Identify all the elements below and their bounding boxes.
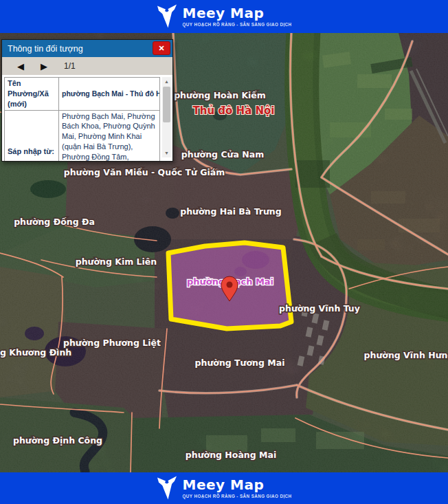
brand-text: Meey Map QUY HOẠCH RÕ RÀNG - SẴN SÀNG GI… <box>183 6 292 27</box>
map-label-khuong-dinh: phường Khương Đình <box>0 347 71 358</box>
map-label-hoan-kiem: phường Hoàn Kiếm <box>174 90 266 100</box>
next-page-button[interactable]: ▶ <box>34 61 54 72</box>
map-label-city: Thủ đô Hà Nội <box>193 105 275 117</box>
popup-pagination-bar: ◀ ▶ 1/1 <box>2 57 172 75</box>
scroll-up-icon[interactable]: ▲ <box>162 77 171 86</box>
attribute-table: Tên Phường/Xã (mới) phường Bạch Mai - Th… <box>4 77 160 161</box>
popup-body: Tên Phường/Xã (mới) phường Bạch Mai - Th… <box>2 75 172 161</box>
brand-logo[interactable]: Meey Map QUY HOẠCH RÕ RÀNG - SẴN SÀNG GI… <box>157 3 292 30</box>
header-bar: Meey Map QUY HOẠCH RÕ RÀNG - SẴN SÀNG GI… <box>0 0 448 33</box>
map-label-vinh-hung: phường Vĩnh Hưng <box>364 350 448 360</box>
scrollbar-thumb[interactable] <box>163 87 170 122</box>
popup-title: Thông tin đối tượng <box>8 44 83 54</box>
meeymap-logo-icon <box>157 3 177 30</box>
table-row: Sáp nhập từ: Phường Bạch Mai, Phường Bác… <box>5 110 160 161</box>
table-row: Tên Phường/Xã (mới) phường Bạch Mai - Th… <box>5 78 160 111</box>
brand-name: Meey Map <box>183 6 292 20</box>
map-label-hai-ba-trung: phường Hai Bà Trưng <box>180 206 281 217</box>
row-value: Phường Bạch Mai, Phường Bách Khoa, Phườn… <box>59 110 160 161</box>
row-label: Tên Phường/Xã (mới) <box>5 78 59 111</box>
popup-titlebar[interactable]: Thông tin đối tượng ✕ <box>2 40 172 57</box>
map-label-vinh-tuy: phường Vĩnh Tuy <box>279 303 360 314</box>
map-label-dinh-cong: phường Định Công <box>13 435 102 446</box>
scrollbar[interactable]: ▲ ▼ <box>162 77 171 157</box>
map-label-cua-nam: phường Cửa Nam <box>181 149 264 160</box>
meeymap-logo-icon <box>157 475 177 501</box>
map-label-phuong-liet: phường Phương Liệt <box>63 338 161 348</box>
footer-bar: Meey Map QUY HOẠCH RÕ RÀNG - SẴN SÀNG GI… <box>0 472 448 504</box>
map-label-tuong-mai: phường Tương Mai <box>195 358 285 368</box>
map-label-dong-da: phường Đống Đa <box>14 217 95 227</box>
brand-name: Meey Map <box>183 478 292 492</box>
row-label: Sáp nhập từ: <box>5 110 59 161</box>
page-indicator: 1/1 <box>64 61 76 71</box>
info-popup: Thông tin đối tượng ✕ ◀ ▶ 1/1 Tên Phường… <box>1 39 173 162</box>
row-value: phường Bạch Mai - Thủ đô Hà Nội <box>59 78 160 111</box>
map-label-van-mieu: phường Văn Miếu - Quốc Tử Giám <box>64 167 225 177</box>
map-label-kim-lien: phường Kim Liên <box>76 256 157 267</box>
scroll-down-icon[interactable]: ▼ <box>162 149 171 157</box>
brand-logo-footer[interactable]: Meey Map QUY HOẠCH RÕ RÀNG - SẴN SÀNG GI… <box>157 475 292 501</box>
map-label-hoang-mai: phường Hoàng Mai <box>186 450 276 460</box>
close-button[interactable]: ✕ <box>153 41 170 55</box>
brand-tagline: QUY HOẠCH RÕ RÀNG - SẴN SÀNG GIAO DỊCH <box>183 22 292 27</box>
prev-page-button[interactable]: ◀ <box>10 61 31 72</box>
brand-text: Meey Map QUY HOẠCH RÕ RÀNG - SẴN SÀNG GI… <box>183 478 292 498</box>
brand-tagline: QUY HOẠCH RÕ RÀNG - SẴN SÀNG GIAO DỊCH <box>183 494 292 498</box>
